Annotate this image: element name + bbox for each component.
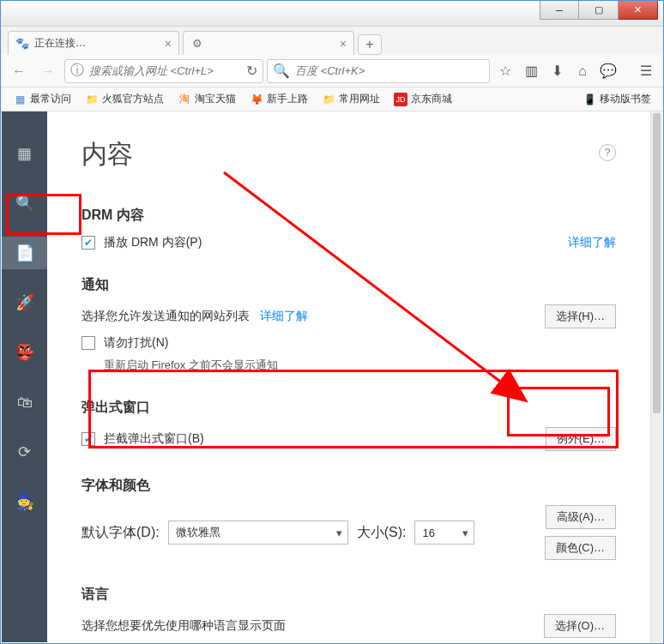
bookmark-label: 火狐官方站点 xyxy=(102,92,164,106)
section-popups: 弹出式窗口 拦截弹出式窗口(B) 例外(E)… xyxy=(81,399,616,451)
sidebar-item-advanced[interactable]: 🧙 xyxy=(2,485,47,518)
firefox-icon: 🦊 xyxy=(250,93,263,106)
preferences-content-panel: 内容 ? DRM 内容 播放 DRM 内容(P) 详细了解 通知 选择您允许发送… xyxy=(47,111,650,642)
sidebar-item-applications[interactable]: 🚀 xyxy=(2,286,47,319)
grid-icon: ▦ xyxy=(13,93,27,106)
back-button[interactable]: ← xyxy=(6,58,32,84)
tab-strip: 🐾 正在连接… × ⚙ × + xyxy=(1,27,663,55)
bookmark-jd[interactable]: JD京东商城 xyxy=(389,90,457,108)
tab-preferences[interactable]: ⚙ × xyxy=(183,31,354,55)
checkbox-label: 请勿打扰(N) xyxy=(104,335,168,351)
section-heading: DRM 内容 xyxy=(81,207,616,225)
folder-icon: 📁 xyxy=(85,93,99,106)
vertical-scrollbar[interactable] xyxy=(650,111,662,642)
sidebar-item-privacy[interactable]: 👺 xyxy=(2,336,47,369)
help-icon[interactable]: ? xyxy=(599,144,616,161)
button-font-colors[interactable]: 颜色(C)… xyxy=(545,536,616,560)
sidebar-item-content[interactable]: 📄 xyxy=(2,237,47,269)
bookmark-mobile[interactable]: 📱移动版书签 xyxy=(577,90,656,108)
page-title: 内容 xyxy=(81,137,616,172)
section-language: 语言 选择您想要优先使用哪种语言显示页面 选择(O)… xyxy=(81,586,616,638)
mobile-icon: 📱 xyxy=(583,93,596,106)
sidebar-item-sync[interactable]: ⟳ xyxy=(2,436,47,468)
section-heading: 语言 xyxy=(81,586,616,604)
lang-description: 选择您想要优先使用哪种语言显示页面 xyxy=(81,618,286,634)
button-font-advanced[interactable]: 高级(A)… xyxy=(546,505,616,529)
url-bar[interactable]: ⓘ ↻ xyxy=(64,59,263,83)
checkbox-block-popups[interactable] xyxy=(81,432,95,446)
url-input[interactable] xyxy=(89,64,241,77)
checkbox-play-drm[interactable] xyxy=(81,236,95,250)
sidebar-item-security[interactable]: 🛍 xyxy=(2,386,47,418)
checkbox-label: 拦截弹出式窗口(B) xyxy=(104,431,204,447)
window-titlebar: ─ ▢ ✕ xyxy=(1,1,663,27)
section-fonts: 字体和颜色 默认字体(D): 微软雅黑 大小(S): 16 高级(A)… 颜色(… xyxy=(81,477,616,560)
bookmark-most-visited[interactable]: ▦最常访问 xyxy=(8,90,76,108)
bookmark-star-button[interactable]: ☆ xyxy=(493,58,517,84)
tab-connecting[interactable]: 🐾 正在连接… × xyxy=(8,31,179,55)
section-heading: 通知 xyxy=(81,276,616,294)
notif-description: 选择您允许发送通知的网站列表 xyxy=(81,309,250,324)
bookmark-label: 最常访问 xyxy=(30,92,71,106)
bookmark-label: 京东商城 xyxy=(411,92,452,106)
bookmark-firefox-site[interactable]: 📁火狐官方站点 xyxy=(80,90,169,108)
reload-icon[interactable]: ↻ xyxy=(246,63,257,79)
section-notifications: 通知 选择您允许发送通知的网站列表 详细了解 选择(H)… 请勿打扰(N) 重新… xyxy=(81,276,616,373)
select-font-size[interactable]: 16 xyxy=(414,521,474,545)
section-heading: 字体和颜色 xyxy=(81,477,616,495)
preferences-sidebar: ▦ 🔍 📄 🚀 👺 🛍 ⟳ 🧙 xyxy=(2,111,47,642)
button-lang-choose[interactable]: 选择(O)… xyxy=(544,614,616,638)
font-size-label: 大小(S): xyxy=(357,524,407,542)
jd-icon: JD xyxy=(394,93,407,106)
button-notif-choose[interactable]: 选择(H)… xyxy=(545,304,616,328)
search-input[interactable] xyxy=(295,64,484,77)
paw-icon: 🐾 xyxy=(15,37,29,51)
bookmark-label: 新手上路 xyxy=(267,92,308,106)
bookmark-label: 常用网址 xyxy=(339,92,380,106)
info-icon[interactable]: ⓘ xyxy=(70,62,84,80)
close-icon[interactable]: × xyxy=(340,37,347,51)
library-button[interactable]: ▥ xyxy=(519,58,543,84)
button-popup-exceptions[interactable]: 例外(E)… xyxy=(546,427,616,451)
new-tab-button[interactable]: + xyxy=(358,34,382,55)
folder-icon: 📁 xyxy=(322,93,335,106)
section-drm: DRM 内容 播放 DRM 内容(P) 详细了解 xyxy=(81,207,616,250)
tab-label: 正在连接… xyxy=(34,36,86,51)
taobao-icon: 淘 xyxy=(178,93,191,106)
downloads-button[interactable]: ⬇ xyxy=(545,58,569,84)
chat-button[interactable]: 💬 xyxy=(596,58,620,84)
window-minimize-button[interactable]: ─ xyxy=(540,1,579,20)
sidebar-item-general[interactable]: ▦ xyxy=(2,137,47,170)
scrollbar-thumb[interactable] xyxy=(653,113,661,413)
select-font-family[interactable]: 微软雅黑 xyxy=(168,521,348,545)
nav-toolbar: ← → ⓘ ↻ 🔍 ☆ ▥ ⬇ ⌂ 💬 ☰ xyxy=(1,55,663,87)
forward-button[interactable]: → xyxy=(35,58,61,84)
checkbox-label: 播放 DRM 内容(P) xyxy=(104,235,202,250)
notif-subtext: 重新启动 Firefox 之前不会显示通知 xyxy=(104,358,616,373)
bookmark-taobao[interactable]: 淘淘宝天猫 xyxy=(172,90,241,108)
bookmark-getting-started[interactable]: 🦊新手上路 xyxy=(244,90,313,108)
close-icon[interactable]: × xyxy=(165,37,172,51)
font-default-label: 默认字体(D): xyxy=(81,524,160,542)
checkbox-do-not-disturb[interactable] xyxy=(81,336,95,350)
sidebar-item-search[interactable]: 🔍 xyxy=(2,187,47,220)
home-button[interactable]: ⌂ xyxy=(570,58,595,84)
bookmark-toolbar: ▦最常访问 📁火狐官方站点 淘淘宝天猫 🦊新手上路 📁常用网址 JD京东商城 📱… xyxy=(1,87,663,111)
search-icon: 🔍 xyxy=(273,63,290,79)
gear-icon: ⚙ xyxy=(190,37,204,51)
bookmark-label: 移动版书签 xyxy=(600,92,651,106)
bookmark-label: 淘宝天猫 xyxy=(195,92,236,106)
section-heading: 弹出式窗口 xyxy=(81,399,616,417)
search-bar[interactable]: 🔍 xyxy=(267,59,490,83)
menu-button[interactable]: ☰ xyxy=(634,58,658,84)
window-close-button[interactable]: ✕ xyxy=(619,1,658,20)
window-maximize-button[interactable]: ▢ xyxy=(579,1,619,20)
link-drm-learn-more[interactable]: 详细了解 xyxy=(568,235,616,250)
bookmark-common-sites[interactable]: 📁常用网址 xyxy=(317,90,385,108)
link-notif-learn-more[interactable]: 详细了解 xyxy=(260,309,308,324)
